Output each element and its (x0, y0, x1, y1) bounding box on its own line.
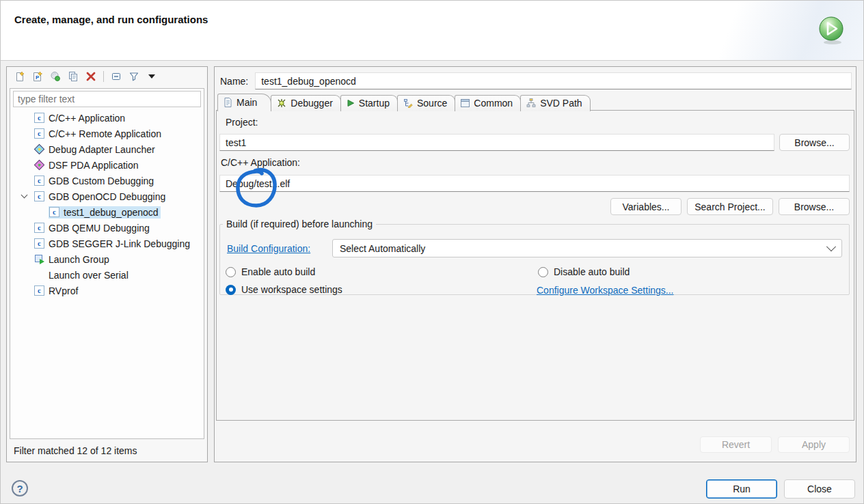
application-input[interactable] (219, 175, 850, 192)
tree-item-label: RVprof (49, 285, 78, 296)
collapse-all-icon[interactable] (109, 70, 123, 83)
toolbar-separator (103, 71, 104, 82)
tree-item-launch-over-serial[interactable]: Launch over Serial (10, 267, 204, 283)
tab-label: Debugger (291, 98, 333, 109)
tab-common[interactable]: Common (455, 95, 521, 111)
c-application-icon (34, 191, 44, 201)
tab-svd-path[interactable]: SVD Path (520, 95, 590, 111)
close-button[interactable]: Close (784, 479, 855, 499)
c-application-icon (34, 223, 44, 233)
page-title: Create, manage, and run configurations (14, 14, 208, 25)
build-group-title: Build (if required) before launching (223, 219, 376, 229)
file-icon (224, 98, 232, 107)
chevron-down-icon (826, 242, 836, 251)
play-icon (347, 99, 355, 107)
tree-item-debug-adapter-launcher[interactable]: Debug Adapter Launcher (10, 141, 204, 157)
tree-item-label: C/C++ Application (49, 113, 125, 124)
tree-item-gdb-segger-jlink-debugging[interactable]: GDB SEGGER J-Link Debugging (10, 236, 204, 251)
sidebar-toolbar: P (7, 67, 207, 86)
c-application-icon (34, 128, 44, 139)
c-application-icon (34, 176, 44, 186)
search-project-button[interactable]: Search Project... (687, 198, 773, 215)
filter-input[interactable] (13, 91, 201, 107)
bug-icon (277, 98, 286, 108)
tree-item-dsf-pda-application[interactable]: DSF PDA Application (10, 157, 204, 173)
disable-auto-build-label: Disable auto build (554, 266, 630, 277)
configure-workspace-settings-link[interactable]: Configure Workspace Settings... (537, 285, 674, 296)
tree-item-label: Launch over Serial (49, 270, 129, 281)
bug-blue-icon (34, 144, 44, 154)
new-launch-configuration-prototype-icon[interactable]: P (31, 70, 44, 83)
tree-item-label: test1_debug_openocd (64, 207, 159, 218)
application-label: C/C++ Application: (221, 157, 300, 168)
build-group: Build (if required) before launching Bui… (219, 219, 850, 295)
tree-item-cpp-remote-application[interactable]: C/C++ Remote Application (10, 126, 204, 141)
run-button[interactable]: Run (706, 479, 777, 499)
chevron-down-icon[interactable] (21, 192, 28, 199)
source-tree-icon (403, 98, 413, 108)
export-launch-configurations-icon[interactable] (49, 70, 62, 83)
name-label: Name: (220, 76, 248, 87)
apply-button[interactable]: Apply (778, 436, 850, 453)
bug-purple-icon (34, 160, 44, 170)
variables-button[interactable]: Variables... (610, 198, 681, 215)
help-icon[interactable]: ? (12, 480, 28, 496)
use-workspace-settings-radio[interactable] (226, 285, 236, 295)
launch-config-editor: Name: Main Debugger Startup (214, 66, 856, 462)
tab-label: Source (417, 98, 447, 109)
tree-item-label: GDB Custom Debugging (49, 176, 154, 186)
svg-text:P: P (36, 74, 40, 81)
tab-label: Common (474, 98, 513, 109)
new-launch-configuration-icon[interactable] (13, 70, 27, 83)
name-input[interactable] (255, 72, 852, 89)
launch-config-sidebar: P (6, 66, 208, 462)
use-workspace-settings-label: Use workspace settings (241, 284, 342, 295)
project-input[interactable] (219, 134, 774, 151)
run-configuration-icon (817, 15, 846, 45)
window-icon (461, 99, 470, 107)
enable-auto-build-label: Enable auto build (241, 266, 315, 277)
launch-group-icon (34, 254, 44, 264)
editor-tabs: Main Debugger Startup Source (217, 93, 852, 111)
main-tab-content: Project: Browse... C/C++ Application: Va… (216, 110, 854, 421)
tree-item-label: Launch Group (49, 254, 109, 265)
revert-button[interactable]: Revert (700, 436, 772, 453)
launch-config-tree: C/C++ Application C/C++ Remote Applicati… (10, 110, 204, 298)
disable-auto-build-radio[interactable] (538, 267, 548, 277)
enable-auto-build-radio[interactable] (226, 267, 236, 277)
tree-item-test1-debug-openocd[interactable]: test1_debug_openocd (10, 204, 204, 220)
tab-startup[interactable]: Startup (340, 95, 398, 111)
tab-label: SVD Path (540, 98, 582, 109)
toolbar-menu-arrow-icon[interactable] (145, 70, 159, 83)
c-application-icon (34, 238, 44, 249)
debug-configurations-dialog: Create, manage, and run configurations P (0, 0, 864, 504)
launch-config-tree-box: C/C++ Application C/C++ Remote Applicati… (10, 88, 204, 439)
project-browse-button[interactable]: Browse... (779, 134, 850, 151)
tree-item-gdb-custom-debugging[interactable]: GDB Custom Debugging (10, 173, 204, 188)
tab-source[interactable]: Source (397, 95, 455, 111)
filter-launch-configurations-icon[interactable] (127, 70, 141, 83)
tree-item-cpp-application[interactable]: C/C++ Application (10, 110, 204, 126)
tree-item-label: GDB OpenOCD Debugging (49, 191, 165, 202)
tree-item-label: GDB SEGGER J-Link Debugging (49, 238, 190, 249)
c-application-icon (49, 207, 59, 217)
tree-item-gdb-openocd-debugging[interactable]: GDB OpenOCD Debugging (10, 188, 204, 204)
duplicate-launch-configuration-icon[interactable] (66, 70, 80, 83)
build-configuration-select[interactable]: Select Automatically (332, 239, 842, 257)
tree-item-rvprof[interactable]: RVprof (10, 283, 204, 298)
tree-item-label: DSF PDA Application (49, 160, 139, 171)
tree-item-launch-group[interactable]: Launch Group (10, 251, 204, 267)
tab-label: Main (237, 97, 257, 108)
c-application-icon (34, 113, 44, 123)
dialog-header: Create, manage, and run configurations (1, 1, 864, 61)
tab-debugger[interactable]: Debugger (271, 95, 341, 111)
tab-main[interactable]: Main (217, 94, 271, 111)
build-configuration-link[interactable]: Build Configuration: (227, 243, 310, 254)
tab-label: Startup (359, 98, 390, 109)
build-configuration-value: Select Automatically (340, 243, 425, 254)
hierarchy-icon (526, 98, 536, 107)
filter-status-text: Filter matched 12 of 12 items (14, 445, 137, 456)
delete-launch-configuration-icon[interactable] (84, 70, 98, 83)
application-browse-button[interactable]: Browse... (779, 198, 850, 215)
tree-item-gdb-qemu-debugging[interactable]: GDB QEMU Debugging (10, 220, 204, 236)
